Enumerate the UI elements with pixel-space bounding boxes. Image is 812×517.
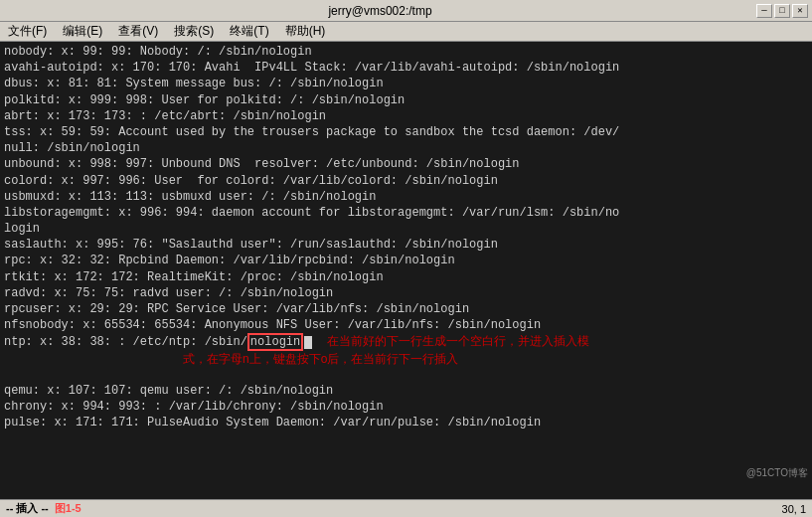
line-19: ntp: x: 38: 38: : /etc/ntp: /sbin/nologi… xyxy=(4,333,808,350)
highlighted-nologin: nologin xyxy=(247,333,303,350)
window-controls: ─ □ ✕ xyxy=(756,4,808,18)
maximize-button[interactable]: □ xyxy=(774,4,790,18)
line-2: avahi-autoipd: x: 170: 170: Avahi IPv4LL… xyxy=(4,60,808,76)
terminal-window: jerry@vms002:/tmp ─ □ ✕ 文件(F) 编辑(E) 查看(V… xyxy=(0,0,812,517)
menubar: 文件(F) 编辑(E) 查看(V) 搜索(S) 终端(T) 帮助(H) xyxy=(0,22,812,42)
line-9: colord: x: 997: 996: User for colord: /v… xyxy=(4,173,808,189)
line-21: qemu: x: 107: 107: qemu user: /: /sbin/n… xyxy=(4,383,808,399)
terminal-content[interactable]: nobody: x: 99: 99: Nobody: /: /sbin/nolo… xyxy=(0,42,812,499)
menu-view[interactable]: 查看(V) xyxy=(114,22,162,41)
line-4: polkitd: x: 999: 998: User for polkitd: … xyxy=(4,92,808,108)
window-title: jerry@vms002:/tmp xyxy=(4,4,756,18)
close-button[interactable]: ✕ xyxy=(792,4,808,18)
line-8: unbound: x: 998: 997: Unbound DNS resolv… xyxy=(4,156,808,172)
terminal-lines: nobody: x: 99: 99: Nobody: /: /sbin/nolo… xyxy=(4,44,808,431)
line-17: rpcuser: x: 29: 29: RPC Service User: /v… xyxy=(4,301,808,317)
line-20: 式，在字母n上，键盘按下o后，在当前行下一行插入 xyxy=(4,351,808,367)
line-14: rpc: x: 32: 32: Rpcbind Daemon: /var/lib… xyxy=(4,253,808,268)
menu-help[interactable]: 帮助(H) xyxy=(281,22,330,41)
titlebar: jerry@vms002:/tmp ─ □ ✕ xyxy=(0,0,812,22)
cursor-position xyxy=(304,336,312,349)
line-11: libstoragemgmt: x: 996: 994: daemon acco… xyxy=(4,205,808,221)
watermark: @51CTO博客 xyxy=(746,466,808,480)
vim-mode: -- 插入 -- xyxy=(6,501,49,516)
line-3: dbus: x: 81: 81: System message bus: /: … xyxy=(4,76,808,91)
line-7: null: /sbin/nologin xyxy=(4,140,808,156)
line-15: rtkit: x: 172: 172: RealtimeKit: /proc: … xyxy=(4,269,808,285)
line-23: pulse: x: 171: 171: PulseAudio System Da… xyxy=(4,415,808,431)
line-10: usbmuxd: x: 113: 113: usbmuxd user: /: /… xyxy=(4,189,808,205)
menu-search[interactable]: 搜索(S) xyxy=(170,22,218,41)
line-13: saslauth: x: 995: 76: "Saslauthd user": … xyxy=(4,237,808,253)
statusbar-position: 30, 1 xyxy=(782,503,806,515)
line-5: abrt: x: 173: 173: : /etc/abrt: /sbin/no… xyxy=(4,108,808,124)
line-18: nfsnobody: x: 65534: 65534: Anonymous NF… xyxy=(4,317,808,333)
statusbar-left: -- 插入 -- 图1-5 xyxy=(6,501,81,516)
menu-file[interactable]: 文件(F) xyxy=(4,22,51,41)
menu-edit[interactable]: 编辑(E) xyxy=(59,22,106,41)
line-blank xyxy=(4,367,808,383)
minimize-button[interactable]: ─ xyxy=(756,4,772,18)
figure-label: 图1-5 xyxy=(55,501,81,516)
menu-terminal[interactable]: 终端(T) xyxy=(226,22,272,41)
line-1: nobody: x: 99: 99: Nobody: /: /sbin/nolo… xyxy=(4,44,808,60)
line-16: radvd: x: 75: 75: radvd user: /: /sbin/n… xyxy=(4,285,808,301)
line-12: login xyxy=(4,221,808,237)
line-22: chrony: x: 994: 993: : /var/lib/chrony: … xyxy=(4,399,808,415)
line-6: tss: x: 59: 59: Account used by the trou… xyxy=(4,124,808,140)
statusbar: -- 插入 -- 图1-5 30, 1 xyxy=(0,499,812,517)
